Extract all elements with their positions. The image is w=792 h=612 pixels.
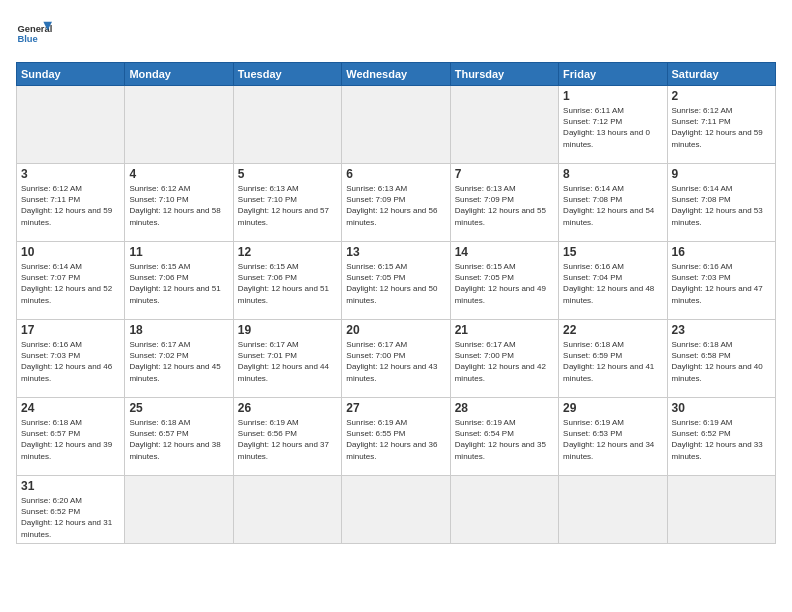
day-number: 1 [563,89,662,103]
calendar-day-cell: 6Sunrise: 6:13 AMSunset: 7:09 PMDaylight… [342,164,450,242]
day-of-week-header: Monday [125,63,233,86]
calendar-day-cell [559,476,667,544]
calendar-day-cell: 10Sunrise: 6:14 AMSunset: 7:07 PMDayligh… [17,242,125,320]
calendar-day-cell: 9Sunrise: 6:14 AMSunset: 7:08 PMDaylight… [667,164,775,242]
calendar-day-cell [233,86,341,164]
calendar-day-cell: 3Sunrise: 6:12 AMSunset: 7:11 PMDaylight… [17,164,125,242]
calendar-day-cell: 14Sunrise: 6:15 AMSunset: 7:05 PMDayligh… [450,242,558,320]
calendar-day-cell: 8Sunrise: 6:14 AMSunset: 7:08 PMDaylight… [559,164,667,242]
day-info: Sunrise: 6:14 AMSunset: 7:08 PMDaylight:… [672,183,771,228]
day-number: 25 [129,401,228,415]
day-of-week-header: Sunday [17,63,125,86]
day-info: Sunrise: 6:11 AMSunset: 7:12 PMDaylight:… [563,105,662,150]
day-number: 3 [21,167,120,181]
calendar-header-row: SundayMondayTuesdayWednesdayThursdayFrid… [17,63,776,86]
day-number: 4 [129,167,228,181]
calendar-day-cell: 30Sunrise: 6:19 AMSunset: 6:52 PMDayligh… [667,398,775,476]
calendar-day-cell: 21Sunrise: 6:17 AMSunset: 7:00 PMDayligh… [450,320,558,398]
calendar-day-cell: 29Sunrise: 6:19 AMSunset: 6:53 PMDayligh… [559,398,667,476]
calendar-day-cell [17,86,125,164]
day-of-week-header: Saturday [667,63,775,86]
day-info: Sunrise: 6:16 AMSunset: 7:03 PMDaylight:… [672,261,771,306]
calendar-day-cell: 15Sunrise: 6:16 AMSunset: 7:04 PMDayligh… [559,242,667,320]
day-info: Sunrise: 6:19 AMSunset: 6:53 PMDaylight:… [563,417,662,462]
calendar-day-cell: 2Sunrise: 6:12 AMSunset: 7:11 PMDaylight… [667,86,775,164]
calendar-day-cell: 28Sunrise: 6:19 AMSunset: 6:54 PMDayligh… [450,398,558,476]
calendar-day-cell: 13Sunrise: 6:15 AMSunset: 7:05 PMDayligh… [342,242,450,320]
day-info: Sunrise: 6:17 AMSunset: 7:00 PMDaylight:… [455,339,554,384]
calendar-day-cell: 18Sunrise: 6:17 AMSunset: 7:02 PMDayligh… [125,320,233,398]
day-info: Sunrise: 6:14 AMSunset: 7:08 PMDaylight:… [563,183,662,228]
day-number: 18 [129,323,228,337]
day-info: Sunrise: 6:18 AMSunset: 6:58 PMDaylight:… [672,339,771,384]
calendar-day-cell [450,476,558,544]
day-info: Sunrise: 6:17 AMSunset: 7:02 PMDaylight:… [129,339,228,384]
day-info: Sunrise: 6:18 AMSunset: 6:57 PMDaylight:… [21,417,120,462]
day-number: 19 [238,323,337,337]
calendar-day-cell: 17Sunrise: 6:16 AMSunset: 7:03 PMDayligh… [17,320,125,398]
day-info: Sunrise: 6:13 AMSunset: 7:09 PMDaylight:… [455,183,554,228]
day-number: 11 [129,245,228,259]
day-info: Sunrise: 6:12 AMSunset: 7:10 PMDaylight:… [129,183,228,228]
day-number: 29 [563,401,662,415]
svg-text:Blue: Blue [17,34,37,44]
day-info: Sunrise: 6:16 AMSunset: 7:04 PMDaylight:… [563,261,662,306]
calendar-day-cell [125,476,233,544]
calendar-day-cell: 22Sunrise: 6:18 AMSunset: 6:59 PMDayligh… [559,320,667,398]
day-number: 30 [672,401,771,415]
calendar-day-cell: 12Sunrise: 6:15 AMSunset: 7:06 PMDayligh… [233,242,341,320]
day-number: 13 [346,245,445,259]
calendar-week-row: 1Sunrise: 6:11 AMSunset: 7:12 PMDaylight… [17,86,776,164]
calendar-day-cell: 31Sunrise: 6:20 AMSunset: 6:52 PMDayligh… [17,476,125,544]
calendar-day-cell [342,476,450,544]
calendar-day-cell [667,476,775,544]
day-number: 14 [455,245,554,259]
day-of-week-header: Friday [559,63,667,86]
day-number: 16 [672,245,771,259]
calendar-day-cell [450,86,558,164]
calendar-day-cell: 11Sunrise: 6:15 AMSunset: 7:06 PMDayligh… [125,242,233,320]
day-info: Sunrise: 6:19 AMSunset: 6:54 PMDaylight:… [455,417,554,462]
day-info: Sunrise: 6:15 AMSunset: 7:05 PMDaylight:… [455,261,554,306]
day-number: 12 [238,245,337,259]
day-info: Sunrise: 6:19 AMSunset: 6:52 PMDaylight:… [672,417,771,462]
day-info: Sunrise: 6:13 AMSunset: 7:10 PMDaylight:… [238,183,337,228]
day-info: Sunrise: 6:12 AMSunset: 7:11 PMDaylight:… [672,105,771,150]
calendar-day-cell: 16Sunrise: 6:16 AMSunset: 7:03 PMDayligh… [667,242,775,320]
day-number: 8 [563,167,662,181]
day-info: Sunrise: 6:16 AMSunset: 7:03 PMDaylight:… [21,339,120,384]
calendar-day-cell [233,476,341,544]
day-number: 22 [563,323,662,337]
calendar-week-row: 17Sunrise: 6:16 AMSunset: 7:03 PMDayligh… [17,320,776,398]
day-info: Sunrise: 6:17 AMSunset: 7:00 PMDaylight:… [346,339,445,384]
day-number: 17 [21,323,120,337]
day-info: Sunrise: 6:13 AMSunset: 7:09 PMDaylight:… [346,183,445,228]
day-number: 9 [672,167,771,181]
calendar-day-cell [125,86,233,164]
calendar-day-cell: 20Sunrise: 6:17 AMSunset: 7:00 PMDayligh… [342,320,450,398]
day-number: 5 [238,167,337,181]
calendar-week-row: 24Sunrise: 6:18 AMSunset: 6:57 PMDayligh… [17,398,776,476]
day-number: 23 [672,323,771,337]
day-info: Sunrise: 6:15 AMSunset: 7:06 PMDaylight:… [238,261,337,306]
day-of-week-header: Thursday [450,63,558,86]
calendar-day-cell [342,86,450,164]
day-of-week-header: Wednesday [342,63,450,86]
day-info: Sunrise: 6:19 AMSunset: 6:56 PMDaylight:… [238,417,337,462]
calendar-day-cell: 27Sunrise: 6:19 AMSunset: 6:55 PMDayligh… [342,398,450,476]
day-info: Sunrise: 6:18 AMSunset: 6:59 PMDaylight:… [563,339,662,384]
calendar-week-row: 3Sunrise: 6:12 AMSunset: 7:11 PMDaylight… [17,164,776,242]
day-number: 15 [563,245,662,259]
calendar: SundayMondayTuesdayWednesdayThursdayFrid… [16,62,776,544]
day-number: 7 [455,167,554,181]
day-number: 20 [346,323,445,337]
day-info: Sunrise: 6:20 AMSunset: 6:52 PMDaylight:… [21,495,120,540]
day-number: 27 [346,401,445,415]
header: General Blue [16,16,776,52]
calendar-day-cell: 19Sunrise: 6:17 AMSunset: 7:01 PMDayligh… [233,320,341,398]
calendar-day-cell: 4Sunrise: 6:12 AMSunset: 7:10 PMDaylight… [125,164,233,242]
calendar-day-cell: 23Sunrise: 6:18 AMSunset: 6:58 PMDayligh… [667,320,775,398]
day-number: 21 [455,323,554,337]
day-number: 24 [21,401,120,415]
day-number: 26 [238,401,337,415]
